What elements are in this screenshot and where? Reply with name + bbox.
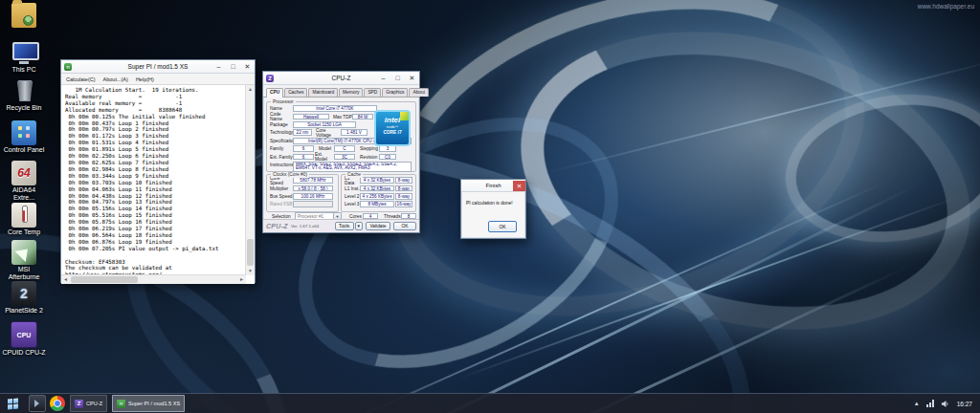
taskbar-button-superpi[interactable]: π Super PI / mod1.5 XS — [112, 395, 185, 412]
finish-ok-button[interactable]: OK — [488, 221, 517, 232]
scroll-right-arrow-icon[interactable]: ► — [237, 275, 246, 284]
windows-logo-icon — [8, 398, 18, 409]
cpuz-task-icon: Z — [75, 400, 83, 408]
desktop-icon-core-temp[interactable]: Core Temp — [2, 203, 46, 236]
horizontal-scroll-thumb[interactable] — [71, 276, 138, 283]
control-panel-icon — [11, 120, 36, 145]
desktop-icon-cpuz[interactable]: CPU CPUID CPU-Z — [2, 321, 46, 357]
family-value: 6 — [293, 145, 314, 152]
finish-titlebar[interactable]: Finish ✕ — [461, 180, 525, 192]
core-speed-value: 5807.78 MHz — [293, 177, 333, 184]
pinned-app-icon[interactable] — [29, 395, 46, 412]
l1-data-way: 8-way — [395, 177, 412, 184]
superpi-window: π Super PI / mod1.5 XS – □ ✕ Calculate(C… — [60, 59, 256, 283]
technology-label: Technology — [270, 130, 293, 135]
tab-about[interactable]: About — [409, 88, 429, 97]
cpuz-tabbar: CPU Caches Mainboard Memory SPD Graphics… — [263, 85, 419, 98]
processor-groupbox: Processor intel inside™ CORE i7 Name Int… — [266, 101, 416, 172]
icon-label: Control Panel — [2, 146, 46, 154]
scroll-left-arrow-icon[interactable]: ◄ — [61, 275, 70, 284]
superpi-output-area: 1M Calculation Start. 19 iterations. Rea… — [61, 85, 255, 284]
level3-label: Level 3 — [345, 202, 360, 206]
desktop-icon-msi-afterburner[interactable]: MSI Afterburne — [2, 240, 46, 281]
horizontal-scrollbar[interactable]: ◄ ► — [61, 274, 246, 284]
menu-about[interactable]: About...(A) — [103, 76, 128, 82]
vertical-scroll-thumb[interactable] — [247, 239, 254, 266]
taskbar-button-cpuz[interactable]: Z CPU-Z — [70, 395, 107, 412]
cpu-name-value: Intel Core i7 4770K — [293, 105, 377, 112]
desktop-icon-planetside2[interactable]: 2 PlanetSide 2 — [2, 281, 46, 315]
superpi-titlebar[interactable]: π Super PI / mod1.5 XS – □ ✕ — [61, 60, 255, 74]
rated-fsb-label: Rated FSB — [270, 202, 293, 206]
desktop: www.hdwallpaper.eu This PC Recycle Bin C… — [0, 0, 980, 413]
tools-button[interactable]: Tools — [335, 222, 354, 230]
model-value: C — [334, 145, 355, 152]
rated-fsb-value — [293, 201, 333, 207]
ext-family-value: 6 — [293, 154, 314, 161]
tab-graphics[interactable]: Graphics — [382, 88, 408, 97]
multiplier-value: x 58.0 ( 8 - 58 ) — [293, 185, 333, 192]
network-icon[interactable] — [926, 400, 935, 407]
start-button[interactable] — [0, 394, 25, 413]
core-voltage-label: Core Voltage — [316, 128, 341, 138]
tab-mainboard[interactable]: Mainboard — [308, 88, 338, 97]
stepping-label: Stepping — [360, 146, 379, 151]
clocks-groupbox: Clocks (Core #0) Core Speed 5807.78 MHz … — [266, 174, 339, 212]
menu-help[interactable]: Help(H) — [136, 76, 154, 82]
finish-message: PI calculation is done! — [461, 192, 525, 206]
core-voltage-value: 1.481 V — [341, 129, 368, 136]
level2-way: 8-way — [395, 193, 412, 200]
icon-label: MSI Afterburne — [2, 266, 46, 281]
taskbar-clock[interactable]: 16:27 — [957, 401, 972, 407]
tab-cpu[interactable]: CPU — [266, 88, 283, 98]
cpuz-app-icon: Z — [266, 75, 274, 82]
scroll-up-arrow-icon[interactable]: ▲ — [246, 85, 255, 94]
desktop-icon-control-panel[interactable]: Control Panel — [2, 120, 46, 154]
maximize-button[interactable]: □ — [226, 61, 240, 72]
close-button[interactable]: ✕ — [240, 61, 255, 72]
show-hidden-icons-chevron[interactable]: ▲ — [914, 401, 920, 406]
ok-button[interactable]: OK — [393, 222, 416, 230]
model-label: Model — [319, 146, 334, 151]
msi-afterburner-icon — [11, 240, 36, 265]
revision-value: C0 — [379, 154, 396, 161]
icon-label: PlanetSide 2 — [2, 307, 46, 315]
speaker-icon[interactable] — [941, 400, 949, 408]
cpuz-titlebar[interactable]: Z CPU-Z – □ ✕ — [263, 72, 419, 85]
chrome-icon[interactable] — [50, 396, 65, 411]
validate-button[interactable]: Validate — [366, 222, 390, 230]
selection-label: Selection — [272, 214, 295, 219]
package-label: Package — [270, 122, 293, 127]
user-badge-icon — [23, 15, 33, 26]
tab-spd[interactable]: SPD — [364, 88, 381, 97]
tab-memory[interactable]: Memory — [339, 88, 363, 97]
code-name-value: Haswell — [293, 114, 329, 120]
minimize-button[interactable]: – — [212, 61, 226, 72]
minimize-button[interactable]: – — [376, 73, 390, 83]
close-button[interactable]: ✕ — [513, 181, 525, 191]
tools-dropdown-button[interactable]: ▾ — [355, 222, 363, 230]
desktop-icon-user-folder[interactable] — [2, 3, 46, 29]
vertical-scrollbar[interactable]: ▲ ▼ — [245, 85, 255, 275]
cpuz-footer: CPU-Z Ver. 1.67.1.x64 Tools ▾ Validate O… — [263, 219, 419, 232]
close-button[interactable]: ✕ — [405, 73, 419, 83]
scroll-down-arrow-icon[interactable]: ▼ — [246, 267, 255, 275]
recycle-bin-icon — [11, 78, 36, 103]
tab-caches[interactable]: Caches — [284, 88, 307, 97]
instructions-value: MMX, SSE, SSE2, SSE3, SSSE3, SSE4.1, SSE… — [293, 162, 412, 172]
maximize-button[interactable]: □ — [390, 73, 405, 83]
ext-family-label: Ext. Family — [270, 155, 293, 160]
desktop-icon-aida64[interactable]: 64 AIDA64 Extre... — [2, 161, 46, 202]
desktop-icon-this-pc[interactable]: This PC — [2, 40, 46, 74]
icon-label: This PC — [2, 66, 46, 74]
task-label: CPU-Z — [86, 401, 102, 406]
instructions-label: Instructions — [270, 163, 293, 167]
version-text: Ver. 1.67.1.x64 — [291, 224, 319, 228]
cores-label: Cores — [349, 214, 363, 219]
icon-label: Recycle Bin — [2, 104, 46, 112]
desktop-icon-recycle-bin[interactable]: Recycle Bin — [2, 78, 46, 112]
selection-value: Processor #1 — [296, 214, 333, 219]
level2-size: 4 x 256 KBytes — [360, 193, 394, 200]
menu-calculate[interactable]: Calculate(C) — [66, 76, 96, 82]
superpi-task-icon: π — [117, 400, 125, 408]
